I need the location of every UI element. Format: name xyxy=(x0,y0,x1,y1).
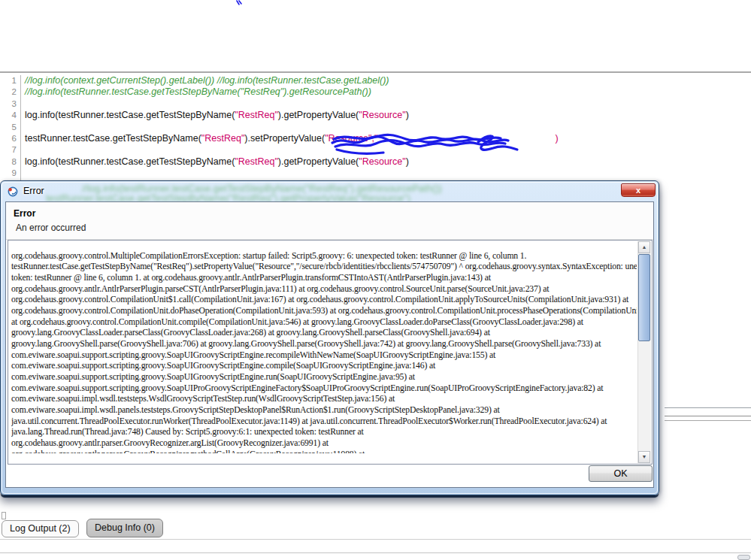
line-number: 4 xyxy=(0,110,20,121)
dialog-titlebar[interactable]: //log.info(testRunner.testCase.getTestSt… xyxy=(1,181,659,201)
tab-log-output[interactable]: Log Output (2) xyxy=(2,520,79,537)
line-number: 5 xyxy=(0,122,20,133)
line-number: 9 xyxy=(0,168,20,179)
code-line xyxy=(25,168,751,179)
tab-debug-info[interactable]: Debug Info (0) xyxy=(86,519,163,537)
vertical-scrollbar[interactable]: ▲ ▼ xyxy=(637,241,651,463)
scroll-up-button[interactable]: ▲ xyxy=(638,241,650,253)
close-button[interactable]: x xyxy=(621,183,656,197)
code-line: log.info(testRunner.testCase.getTestStep… xyxy=(25,110,751,121)
dialog-header-title: Error xyxy=(14,208,35,219)
dialog-body: Error An error occurred org.codehaus.gro… xyxy=(5,201,654,488)
line-number: 8 xyxy=(0,156,20,168)
scrollbar-thumb[interactable] xyxy=(638,254,650,341)
background-panel-line xyxy=(665,420,751,421)
code-line: //log.info(testRunner.testCase.getTestSt… xyxy=(25,86,751,98)
panel-notch xyxy=(2,512,6,519)
stack-trace-text[interactable]: org.codehaus.groovy.control.MultipleComp… xyxy=(11,251,637,454)
line-number: 2 xyxy=(0,86,20,98)
statusbar-grip[interactable] xyxy=(737,555,750,560)
background-panel-line xyxy=(665,416,751,416)
soapui-window: 123456789 //log.info(context.getCurrentS… xyxy=(0,0,751,560)
line-number: 1 xyxy=(0,75,20,86)
bottom-divider xyxy=(0,539,751,540)
ok-button[interactable]: OK xyxy=(589,465,653,482)
stack-trace-panel[interactable]: org.codehaus.groovy.control.MultipleComp… xyxy=(8,240,653,465)
background-panel-line xyxy=(665,407,751,408)
code-lines: //log.info(context.getCurrentStep().getL… xyxy=(25,75,751,180)
bottom-divider xyxy=(0,552,751,553)
script-editor[interactable]: 123456789 //log.info(context.getCurrentS… xyxy=(0,74,751,179)
line-number: 6 xyxy=(0,133,20,144)
scroll-down-button[interactable]: ▼ xyxy=(638,451,650,463)
dialog-title: Error xyxy=(23,186,44,196)
code-line: log.info(testRunner.testCase.getTestStep… xyxy=(25,156,751,168)
dialog-header-message: An error occurred xyxy=(16,222,86,233)
blue-pen-mark xyxy=(235,0,243,5)
glass-reflection-text: testRunner.testCase.getTestStepByName("R… xyxy=(46,192,410,201)
dialog-header: Error An error occurred xyxy=(6,202,653,240)
line-number: 7 xyxy=(0,144,20,156)
editor-top-border xyxy=(0,71,751,73)
soapui-logo-icon xyxy=(8,186,18,197)
code-line xyxy=(25,98,751,110)
redaction-scribble-icon xyxy=(329,132,520,155)
line-number: 3 xyxy=(0,98,20,110)
error-dialog: //log.info(testRunner.testCase.getTestSt… xyxy=(0,180,659,495)
gutter: 123456789 xyxy=(0,75,21,180)
code-line: //log.info(context.getCurrentStep().getL… xyxy=(25,75,751,86)
